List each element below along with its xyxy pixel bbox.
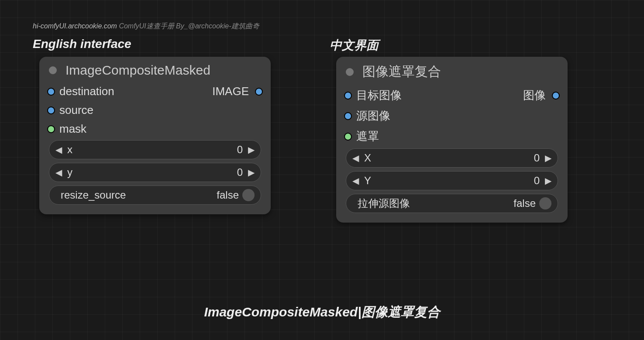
port-mask-icon[interactable] [47,125,55,133]
resize-source-toggle-en[interactable]: resize_source false [49,185,261,205]
chevron-left-icon[interactable]: ◀ [55,144,62,155]
chevron-right-icon[interactable]: ▶ [248,144,255,155]
x-stepper-value-cn[interactable]: 0 [371,152,540,164]
watermark-url: hi-comfyUI.archcookie.com [33,22,117,30]
input-label-mask-en: mask [59,122,86,136]
y-stepper-value-cn[interactable]: 0 [371,175,540,187]
y-stepper-label-en: y [67,166,72,179]
y-stepper-value-en[interactable]: 0 [72,166,243,179]
chevron-right-icon[interactable]: ▶ [545,175,551,186]
port-destination-icon[interactable] [47,88,55,96]
resize-toggle-value-en: false [126,189,239,201]
resize-toggle-label-cn: 拉伸源图像 [358,196,410,210]
port-mask-icon[interactable] [344,133,352,141]
node-status-dot-icon [346,68,354,76]
x-stepper-value-en[interactable]: 0 [72,144,243,156]
chevron-left-icon[interactable]: ◀ [352,153,359,163]
chevron-left-icon[interactable]: ◀ [55,167,62,178]
input-row-destination-en: destination IMAGE [39,82,271,101]
y-stepper-en[interactable]: ◀ y 0 ▶ [49,163,261,182]
resize-toggle-value-cn: false [410,197,536,209]
x-stepper-label-cn: X [364,152,371,164]
input-row-source-cn: 源图像 [336,106,568,126]
resize-source-toggle-cn[interactable]: 拉伸源图像 false [346,194,558,213]
node-status-dot-icon [49,66,57,74]
x-stepper-cn[interactable]: ◀ X 0 ▶ [346,148,558,168]
output-label-en: IMAGE [212,85,249,98]
port-destination-icon[interactable] [344,92,352,100]
input-label-mask-cn: 遮罩 [356,129,379,144]
chevron-right-icon[interactable]: ▶ [248,167,255,178]
node-title-text-en: ImageCompositeMasked [65,63,210,78]
watermark-rest: ComfyUI速查手册 By_@archcookie-建筑曲奇 [117,22,259,30]
y-stepper-label-cn: Y [364,175,371,187]
output-label-cn: 图像 [523,88,546,103]
port-source-icon[interactable] [47,106,55,114]
port-output-icon[interactable] [552,92,560,100]
port-source-icon[interactable] [344,112,352,120]
input-row-mask-en: mask [39,120,271,138]
node-image-composite-masked-en[interactable]: ImageCompositeMasked destination IMAGE s… [39,57,271,214]
port-output-icon[interactable] [255,88,263,96]
x-stepper-label-en: x [67,144,72,156]
input-row-source-en: source [39,101,271,120]
node-title-en[interactable]: ImageCompositeMasked [39,57,271,82]
input-label-source-cn: 源图像 [356,108,390,124]
node-image-composite-masked-cn[interactable]: 图像遮罩复合 目标图像 图像 源图像 遮罩 ◀ X 0 ▶ ◀ Y 0 ▶ 拉伸… [336,57,568,223]
input-row-destination-cn: 目标图像 图像 [336,85,568,106]
chevron-left-icon[interactable]: ◀ [352,175,359,186]
node-title-text-cn: 图像遮罩复合 [362,63,441,81]
toggle-knob-icon[interactable] [539,197,551,209]
watermark-text: hi-comfyUI.archcookie.com ComfyUI速查手册 By… [33,22,259,31]
input-label-destination-en: destination [59,85,114,98]
y-stepper-cn[interactable]: ◀ Y 0 ▶ [346,171,558,190]
heading-chinese: 中文界面 [330,37,379,54]
x-stepper-en[interactable]: ◀ x 0 ▶ [49,140,261,159]
node-title-cn[interactable]: 图像遮罩复合 [336,57,568,85]
caption-text: ImageCompositeMasked|图像遮罩复合 [0,303,644,321]
chevron-right-icon[interactable]: ▶ [545,153,551,163]
heading-english: English interface [33,37,131,51]
input-label-destination-cn: 目标图像 [356,88,402,103]
resize-toggle-label-en: resize_source [61,189,126,201]
input-label-source-en: source [59,103,93,117]
toggle-knob-icon[interactable] [242,189,255,201]
input-row-mask-cn: 遮罩 [336,126,568,147]
